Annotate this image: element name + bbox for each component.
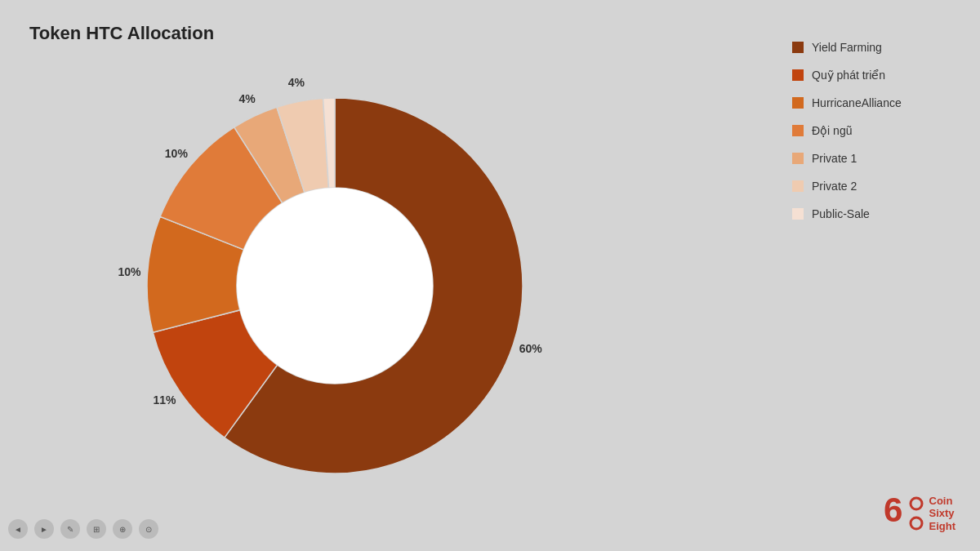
chart-title: Token HTC Allocation	[29, 23, 214, 44]
legend-label-public-sale: Public-Sale	[812, 207, 870, 220]
logo-area: 6 Coin Sixty Eight	[882, 492, 956, 535]
svg-point-2	[911, 518, 922, 529]
legend-item-hurricane-alliance: HurricaneAlliance	[792, 96, 956, 109]
chart-container: 60%11%10%10%4%4%	[49, 49, 621, 522]
segment-label-private-2: 4%	[288, 76, 305, 89]
toolbar-btn-4[interactable]: ⊕	[113, 519, 132, 539]
legend-color-quy-phat-trien	[792, 69, 804, 81]
segment-label-yield-farming: 60%	[519, 342, 543, 355]
donut-hole	[237, 188, 433, 384]
segment-label-private-1: 4%	[239, 92, 256, 105]
legend-label-yield-farming: Yield Farming	[812, 41, 882, 54]
legend: Yield Farming Quỹ phát triển HurricaneAl…	[792, 41, 956, 220]
segment-label-quy-phat-trien: 11%	[154, 393, 177, 407]
legend-color-private-1	[792, 153, 804, 164]
legend-color-hurricane-alliance	[792, 97, 804, 109]
toolbar-btn-3[interactable]: ⊞	[87, 519, 106, 539]
toolbar-btn-0[interactable]: ◄	[8, 519, 28, 539]
segment-label-hurricane-alliance: 10%	[118, 265, 141, 278]
legend-item-doi-ngu: Đội ngũ	[792, 124, 956, 137]
legend-item-public-sale: Public-Sale	[792, 207, 956, 220]
svg-text:6: 6	[884, 492, 902, 529]
legend-color-private-2	[792, 180, 804, 192]
logo-text: Coin Sixty Eight	[929, 495, 956, 533]
legend-label-hurricane-alliance: HurricaneAlliance	[812, 96, 902, 109]
legend-label-private-2: Private 2	[812, 180, 857, 193]
toolbar-btn-5[interactable]: ⊙	[139, 519, 158, 539]
toolbar: ◄►✎⊞⊕⊙	[8, 519, 158, 539]
legend-label-private-1: Private 1	[812, 152, 857, 165]
toolbar-btn-2[interactable]: ✎	[60, 519, 80, 539]
legend-color-public-sale	[792, 208, 804, 220]
legend-color-yield-farming	[792, 42, 804, 53]
logo-icon: 6	[882, 492, 924, 535]
donut-chart: 60%11%10%10%4%4%	[106, 57, 564, 514]
toolbar-btn-1[interactable]: ►	[34, 519, 54, 539]
legend-item-quy-phat-trien: Quỹ phát triển	[792, 69, 956, 82]
segment-label-doi-ngu: 10%	[165, 147, 189, 160]
legend-item-private-2: Private 2	[792, 180, 956, 193]
legend-item-yield-farming: Yield Farming	[792, 41, 956, 54]
legend-label-doi-ngu: Đội ngũ	[812, 124, 852, 137]
svg-point-1	[911, 498, 922, 509]
legend-label-quy-phat-trien: Quỹ phát triển	[812, 69, 885, 82]
legend-item-private-1: Private 1	[792, 152, 956, 165]
legend-color-doi-ngu	[792, 125, 804, 136]
